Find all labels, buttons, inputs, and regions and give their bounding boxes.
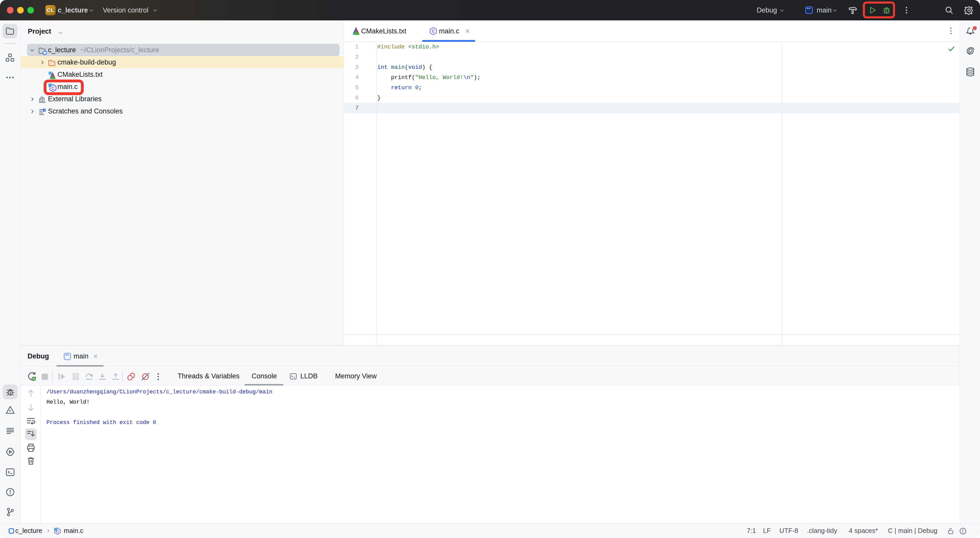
svg-text:C: C bbox=[432, 29, 435, 33]
svg-text:C: C bbox=[51, 86, 54, 91]
